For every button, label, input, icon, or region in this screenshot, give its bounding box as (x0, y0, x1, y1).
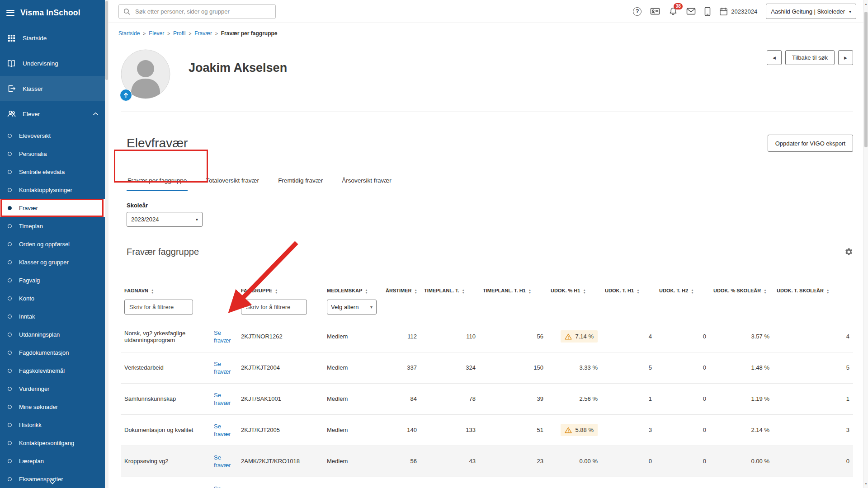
column-header-timeplanl-t-h1[interactable]: TIMEPLANL. T. H1▲▼ (479, 278, 547, 298)
sort-icon[interactable]: ▲▼ (462, 289, 465, 294)
sidebar-item-kontaktpersontilgang[interactable]: Kontaktpersontilgang (0, 434, 105, 452)
sort-icon[interactable]: ▲▼ (764, 289, 766, 294)
se-fravaer-link[interactable]: Se fravær (214, 422, 235, 438)
sort-icon[interactable]: ▲▼ (583, 289, 585, 294)
sidebar-item-sentrale-elevdata[interactable]: Sentrale elevdata (0, 163, 105, 181)
sidebar-scrollbar[interactable] (105, 0, 108, 488)
sidebar-item-orden-og-oppførsel[interactable]: Orden og oppførsel (0, 235, 105, 253)
sidebar-item-personalia[interactable]: Personalia (0, 145, 105, 163)
medlemskap-filter-select[interactable]: Velg altern ▾ (327, 300, 377, 314)
bullet-icon (8, 441, 12, 445)
scroll-down-arrow-icon[interactable]: ▼ (864, 481, 868, 487)
help-button[interactable]: ? (633, 7, 642, 16)
warning-icon (565, 333, 572, 340)
school-year-select[interactable]: 2023/2024 ▾ (127, 212, 203, 227)
column-header-fagnavn[interactable]: FAGNAVN▲▼ (121, 278, 210, 298)
sort-icon[interactable]: ▲▼ (365, 289, 368, 294)
sidebar-scroll-more-icon[interactable] (50, 478, 55, 486)
sort-icon[interactable]: ▲▼ (691, 289, 693, 294)
tab-fremtidig-fravær[interactable]: Fremtidig fravær (277, 177, 324, 191)
se-fravaer-link[interactable]: Se fravær (214, 485, 235, 488)
sidebar-item-kontaktopplysninger[interactable]: Kontaktopplysninger (0, 181, 105, 199)
sidebar-item-fravær[interactable]: Fravær (0, 199, 105, 217)
sidebar-item-timeplan[interactable]: Timeplan (0, 217, 105, 235)
sidebar-item-klasser[interactable]: Klasser (0, 76, 105, 101)
tab-fravær-per-faggruppe[interactable]: Fravær per faggruppe (127, 177, 188, 191)
column-header-timeplanl-t[interactable]: TIMEPLANL. T.▲▼ (420, 278, 479, 298)
search-input[interactable] (134, 8, 271, 15)
absence-table: FAGNAVN▲▼ FAGGRUPPE▲▼ MEDLEMSKAP▲▼ ÅRSTI… (121, 278, 853, 488)
sidebar-item-fagdokumentasjon[interactable]: Fagdokumentasjon (0, 343, 105, 361)
next-student-button[interactable]: ▶ (838, 50, 853, 65)
column-header-udok-pct-h1[interactable]: UDOK. % H1▲▼ (547, 278, 601, 298)
school-year-indicator[interactable]: 20232024 (719, 7, 757, 16)
cell-timeplanl-t: 43 (420, 446, 479, 477)
se-fravaer-link[interactable]: Se fravær (214, 391, 235, 407)
column-header-udok-pct-skolear[interactable]: UDOK. % SKOLEÅR▲▼ (710, 278, 773, 298)
se-fravaer-link[interactable]: Se fravær (214, 329, 235, 344)
previous-student-button[interactable]: ◀ (767, 50, 782, 65)
sidebar-item-utdanningsplan[interactable]: Utdanningsplan (0, 325, 105, 343)
sidebar-item-læreplan[interactable]: Læreplan (0, 452, 105, 470)
sort-icon[interactable]: ▲▼ (414, 289, 417, 294)
sidebar-item-inntak[interactable]: Inntak (0, 307, 105, 325)
cell-udok-t-h1: 1 (601, 383, 656, 414)
messages-button[interactable] (686, 8, 696, 15)
page-scrollbar[interactable]: ▲ ▼ (863, 0, 868, 488)
tab-årsoversikt-fravær[interactable]: Årsoversikt fravær (341, 177, 392, 191)
column-header-udok-t-h1[interactable]: UDOK. T. H1▲▼ (601, 278, 656, 298)
breadcrumb-item-profil[interactable]: Profil (173, 30, 185, 37)
breadcrumb-item-fravær-per-faggruppe: Fravær per faggruppe (221, 30, 278, 37)
sidebar-item-klasser-og-grupper[interactable]: Klasser og grupper (0, 253, 105, 271)
cell-se-fravaer: Se fravær (210, 321, 237, 352)
cell-udok-pct-h1: 2.56 % (547, 383, 601, 414)
faggruppe-filter-input[interactable] (241, 300, 307, 314)
sort-icon[interactable]: ▲▼ (528, 289, 531, 294)
sidebar-item-elevoversikt[interactable]: Elevoversikt (0, 127, 105, 145)
sidebar-item-konto[interactable]: Konto (0, 289, 105, 307)
mobile-button[interactable] (704, 7, 711, 16)
page-scrollbar-thumb[interactable] (864, 12, 868, 147)
table-row: Dokumentasjon og kvalitetSe fravær2KJT/K… (121, 414, 853, 446)
sidebar-item-fagvalg[interactable]: Fagvalg (0, 271, 105, 289)
sidebar-item-vurderinger[interactable]: Vurderinger (0, 380, 105, 398)
sidebar-item-startside[interactable]: Startside (0, 25, 105, 51)
fagnavn-filter-input[interactable] (124, 300, 193, 314)
scroll-up-arrow-icon[interactable]: ▲ (864, 1, 868, 7)
sidebar-item-fagskolevitnemål[interactable]: Fagskolevitnemål (0, 361, 105, 380)
cell-udok-pct-h1: 0.00 % (547, 446, 601, 477)
sidebar-item-label: Fagdokumentasjon (19, 349, 69, 356)
notifications-button[interactable]: 38 (669, 7, 678, 16)
sidebar-item-elever[interactable]: Elever (0, 101, 105, 127)
global-search[interactable] (118, 4, 276, 19)
hamburger-menu-icon[interactable] (6, 10, 14, 16)
vigo-export-button[interactable]: Oppdater for VIGO eksport (768, 135, 853, 152)
upload-photo-button[interactable] (120, 89, 132, 101)
contacts-button[interactable] (650, 7, 660, 16)
se-fravaer-link[interactable]: Se fravær (214, 454, 235, 469)
column-header-arstimer[interactable]: ÅRSTIMER▲▼ (382, 278, 420, 298)
sidebar-item-undervisning[interactable]: Undervisning (0, 51, 105, 76)
column-header-udok-t-skolear[interactable]: UDOK. T. SKOLEÅR▲▼ (773, 278, 853, 298)
sort-icon[interactable]: ▲▼ (151, 289, 154, 294)
breadcrumb-item-elever[interactable]: Elever (149, 30, 164, 37)
sort-icon[interactable]: ▲▼ (637, 289, 639, 294)
column-header-faggruppe[interactable]: FAGGRUPPE▲▼ (237, 278, 323, 298)
column-header-udok-t-h2[interactable]: UDOK. T. H2▲▼ (656, 278, 710, 298)
column-header-medlemskap[interactable]: MEDLEMSKAP▲▼ (323, 278, 382, 298)
sidebar-scrollbar-thumb[interactable] (105, 1, 108, 80)
tab-totaloversikt-fravær[interactable]: Totaloversikt fravær (205, 177, 260, 191)
user-menu-button[interactable]: Aashild Geitung | Skoleleder ▾ (766, 4, 856, 19)
sort-icon[interactable]: ▲▼ (826, 289, 829, 294)
sort-icon[interactable]: ▲▼ (275, 289, 278, 294)
breadcrumb-item-fravær[interactable]: Fravær (194, 30, 212, 37)
bullet-icon (8, 405, 12, 409)
table-settings-button[interactable] (844, 248, 853, 256)
breadcrumb-item-startside[interactable]: Startside (118, 30, 140, 37)
sidebar-item-historikk[interactable]: Historikk (0, 416, 105, 434)
cell-udok-t-h1: 4 (601, 321, 656, 352)
se-fravaer-link[interactable]: Se fravær (214, 360, 235, 375)
back-to-search-button[interactable]: Tilbake til søk (785, 50, 835, 65)
sidebar-item-mine-søknader[interactable]: Mine søknader (0, 398, 105, 416)
cell-udok-pct-skolear: 0.00 % (710, 477, 773, 488)
